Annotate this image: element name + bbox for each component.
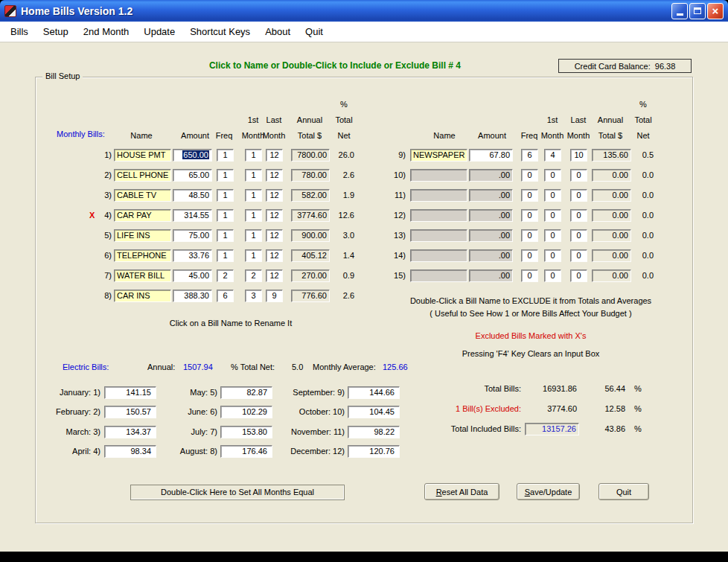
bill-amount-input[interactable]: .00	[469, 189, 513, 202]
bill-freq-input[interactable]: 0	[521, 229, 538, 242]
bill-last-month-input[interactable]: 10	[570, 149, 587, 162]
bill-name-input[interactable]	[410, 249, 467, 262]
bill-annual-total: 0.00	[592, 249, 631, 262]
bill-amount-input[interactable]: .00	[469, 229, 513, 242]
electric-avg-value: 125.66	[383, 361, 408, 374]
total-bills-label: Total Bills:	[413, 383, 521, 395]
bill-first-month-input[interactable]: 0	[544, 269, 561, 282]
bill-amount-input[interactable]: .00	[469, 249, 513, 262]
col-header-annual-left: Annual	[297, 115, 322, 125]
bill-name-input[interactable]	[410, 189, 467, 202]
bill-name-input[interactable]	[410, 169, 467, 182]
electric-month-label: February: 2)	[28, 406, 100, 418]
bill-amount-input[interactable]: .00	[469, 269, 513, 282]
bill-amount-input[interactable]: 67.80	[469, 149, 513, 162]
electric-month-input[interactable]: 82.87	[220, 386, 272, 399]
bill-freq-input[interactable]: 0	[521, 269, 538, 282]
bill-amount-input[interactable]: .00	[469, 169, 513, 182]
bill-annual-total: 0.00	[592, 229, 631, 242]
bill-name-input[interactable]: NEWSPAPER	[410, 149, 467, 162]
excluded-bills-pct: 12.58	[581, 403, 625, 415]
bill-last-month-input[interactable]: 0	[570, 169, 587, 182]
electric-month-input[interactable]: 104.45	[348, 406, 400, 418]
electric-month-input[interactable]: 144.66	[348, 386, 400, 399]
bill-freq-input[interactable]: 6	[521, 149, 538, 162]
set-months-equal-button[interactable]: Double-Click Here to Set All Months Equa…	[130, 485, 345, 500]
total-bills-pct: 56.44	[581, 383, 625, 395]
menu-shortcut-keys[interactable]: Shortcut Keys	[182, 24, 258, 39]
window-title: Home Bills Version 1.2	[21, 5, 671, 17]
col-header-pct-top-left: %	[340, 100, 348, 109]
col-header-last-left: Last	[266, 115, 282, 125]
electric-month-input[interactable]: 176.46	[220, 445, 272, 458]
col-header-month1-left: Month	[242, 131, 265, 141]
f4-note: Pressing 'F4' Key Clears an Input Box	[462, 349, 600, 359]
menu-2nd-month[interactable]: 2nd Month	[76, 24, 136, 39]
reset-all-data-label: Reset All Data	[436, 488, 488, 496]
maximize-button[interactable]	[689, 3, 706, 19]
electric-avg-label: Monthly Average:	[313, 361, 376, 374]
save-update-label: Save/Update	[525, 488, 572, 496]
menu-bar: Bills Setup 2nd Month Update Shortcut Ke…	[0, 22, 728, 42]
included-bills-pct: 43.86	[581, 423, 625, 435]
bill-first-month-input[interactable]: 4	[544, 149, 561, 162]
electric-month-input[interactable]: 153.80	[220, 426, 272, 438]
electric-month-label: September: 9)	[268, 386, 345, 399]
bill-freq-input[interactable]: 0	[521, 169, 538, 182]
bill-name-input[interactable]	[410, 209, 467, 222]
electric-month-label: January: 1)	[28, 386, 100, 399]
bill-last-month-input[interactable]: 0	[570, 229, 587, 242]
col-header-amount-left: Amount	[181, 131, 209, 141]
menu-quit[interactable]: Quit	[298, 24, 331, 39]
bill-first-month-input[interactable]: 0	[544, 189, 561, 202]
electric-month-input[interactable]: 102.29	[220, 406, 272, 418]
bill-last-month-input[interactable]: 0	[570, 189, 587, 202]
bill-last-month-input[interactable]: 0	[570, 209, 587, 222]
quit-button[interactable]: Quit	[598, 483, 649, 500]
electric-pct-value: 5.0	[292, 361, 303, 374]
bill-last-month-input[interactable]: 0	[570, 269, 587, 282]
bill-last-month-input[interactable]: 0	[570, 249, 587, 262]
bill-row: 15).000000.000.0	[0, 269, 728, 290]
electric-annual-label: Annual:	[147, 361, 175, 374]
monthly-bills-caption: Monthly Bills:	[57, 128, 105, 141]
excluded-bills-value: 3774.60	[521, 403, 577, 415]
save-update-button[interactable]: Save/Update	[517, 483, 580, 500]
bill-pct-net: 0.0	[631, 169, 654, 182]
bill-first-month-input[interactable]: 0	[544, 209, 561, 222]
bill-amount-input[interactable]: .00	[469, 209, 513, 222]
total-bills-unit: %	[634, 383, 642, 395]
total-bills-value: 16931.86	[521, 383, 577, 395]
electric-month-input[interactable]: 120.76	[348, 445, 400, 458]
electric-month-input[interactable]: 98.22	[348, 426, 400, 438]
bill-number: 15)	[380, 269, 406, 282]
bill-pct-net: 0.0	[631, 269, 654, 282]
close-button[interactable]: ×	[707, 3, 724, 19]
main-body: Click to Name or Double-Click to Include…	[0, 42, 728, 552]
bill-name-input[interactable]	[410, 269, 467, 282]
credit-card-balance-box: Credit Card Balance: 96.38	[558, 59, 692, 73]
bill-first-month-input[interactable]: 0	[544, 249, 561, 262]
bill-number: 11)	[380, 189, 406, 202]
minimize-button[interactable]	[671, 3, 688, 19]
bill-annual-total: 0.00	[592, 189, 631, 202]
bill-name-input[interactable]	[410, 229, 467, 242]
col-header-net-left: Net	[337, 131, 350, 141]
bill-freq-input[interactable]: 0	[521, 249, 538, 262]
col-header-amount-right: Amount	[478, 131, 506, 141]
bill-first-month-input[interactable]: 0	[544, 169, 561, 182]
reset-all-data-button[interactable]: Reset All Data	[424, 483, 499, 500]
title-bar[interactable]: Home Bills Version 1.2 ×	[0, 0, 728, 22]
menu-bills[interactable]: Bills	[3, 24, 36, 39]
credit-card-balance-label: Credit Card Balance:	[575, 62, 651, 71]
col-header-freq-left: Freq	[216, 131, 233, 141]
bill-freq-input[interactable]: 0	[521, 209, 538, 222]
bill-annual-total: 0.00	[592, 209, 631, 222]
menu-about[interactable]: About	[258, 24, 298, 39]
bill-number: 9)	[380, 149, 406, 162]
bill-first-month-input[interactable]: 0	[544, 229, 561, 242]
bill-freq-input[interactable]: 0	[521, 189, 538, 202]
electric-month-label: June: 6)	[149, 406, 217, 418]
menu-setup[interactable]: Setup	[36, 24, 76, 39]
menu-update[interactable]: Update	[136, 24, 182, 39]
